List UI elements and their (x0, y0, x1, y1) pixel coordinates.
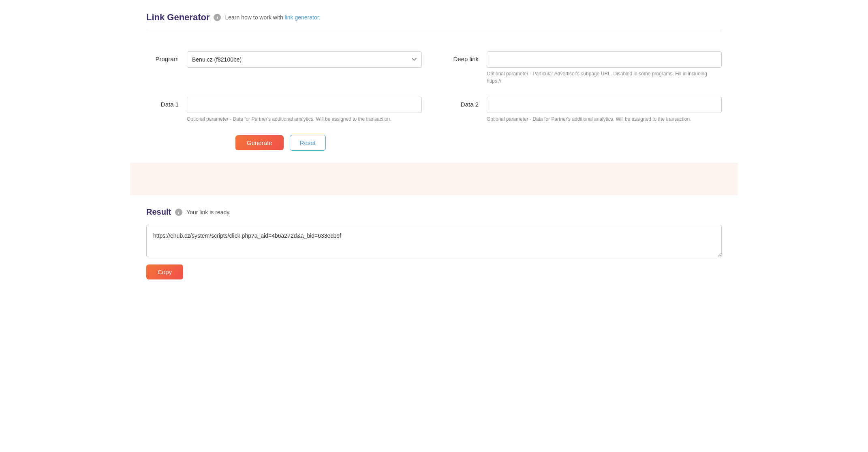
copy-button[interactable]: Copy (146, 264, 183, 279)
header-help-text: Learn how to work with link generator. (225, 14, 320, 21)
program-field-wrapper: Benu.cz (f82100be) (187, 51, 422, 68)
deep-link-input[interactable] (487, 51, 722, 68)
action-buttons-row: Generate Reset (187, 135, 722, 151)
generate-button[interactable]: Generate (235, 135, 284, 150)
data1-label: Data 1 (146, 97, 179, 108)
link-generator-link[interactable]: link generator. (285, 14, 321, 21)
data2-hint: Optional parameter - Data for Partner's … (487, 115, 722, 123)
page-header: Link Generator i Learn how to work with … (146, 12, 722, 23)
program-group: Program Benu.cz (f82100be) (146, 51, 422, 85)
form-grid: Program Benu.cz (f82100be) Deep link Opt… (146, 51, 722, 123)
deep-link-field-wrapper: Optional parameter - Particular Advertis… (487, 51, 722, 85)
result-band (130, 163, 738, 195)
data1-input[interactable] (187, 97, 422, 113)
data2-field-wrapper: Optional parameter - Data for Partner's … (487, 97, 722, 123)
result-header: Result i Your link is ready. (146, 207, 722, 217)
deep-link-label: Deep link (446, 51, 479, 62)
program-select[interactable]: Benu.cz (f82100be) (187, 51, 422, 68)
reset-button[interactable]: Reset (290, 135, 326, 151)
form-section: Program Benu.cz (f82100be) Deep link Opt… (146, 43, 722, 163)
data2-input[interactable] (487, 97, 722, 113)
result-url-textarea[interactable]: https://ehub.cz/system/scripts/click.php… (146, 225, 722, 257)
result-title: Result (146, 207, 171, 217)
data1-group: Data 1 Optional parameter - Data for Par… (146, 97, 422, 123)
deep-link-group: Deep link Optional parameter - Particula… (446, 51, 722, 85)
deep-link-hint: Optional parameter - Particular Advertis… (487, 70, 722, 85)
result-section: Result i Your link is ready. https://ehu… (146, 195, 722, 288)
header-divider (146, 31, 722, 31)
program-label: Program (146, 51, 179, 62)
data1-hint: Optional parameter - Data for Partner's … (187, 115, 422, 123)
data1-field-wrapper: Optional parameter - Data for Partner's … (187, 97, 422, 123)
header-info-icon[interactable]: i (214, 14, 221, 21)
page-title: Link Generator (146, 12, 210, 23)
result-info-icon[interactable]: i (175, 209, 182, 216)
result-status-text: Your link is ready. (186, 209, 231, 215)
data2-group: Data 2 Optional parameter - Data for Par… (446, 97, 722, 123)
data2-label: Data 2 (446, 97, 479, 108)
